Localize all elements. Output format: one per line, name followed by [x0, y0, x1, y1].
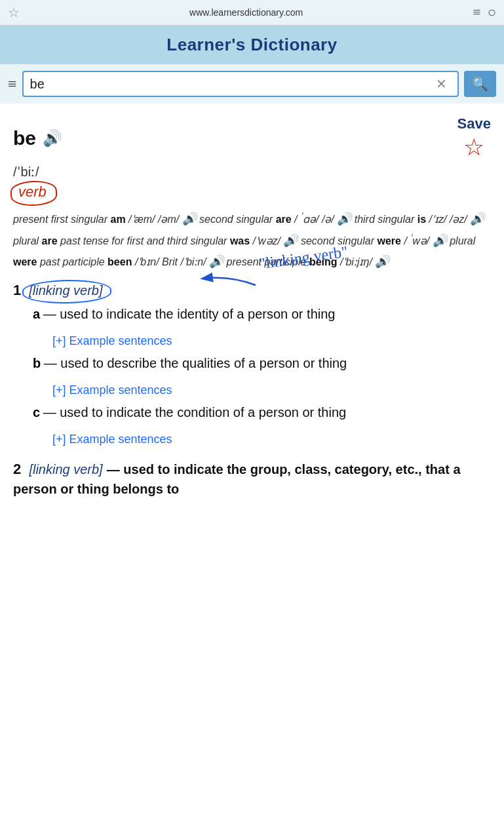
hamburger-menu[interactable]: ≡	[8, 75, 17, 93]
search-button[interactable]: 🔍	[464, 71, 496, 97]
sub-def-c: c — used to indicate the condition of a …	[13, 402, 491, 422]
definition-1: 1 [linking verb] "linking verb"	[13, 282, 491, 446]
browser-menu-icon[interactable]: ≡	[473, 4, 480, 21]
linking-verb-tag-2: [linking verb]	[29, 462, 102, 477]
site-title: Learner's Dictionary	[7, 35, 497, 55]
browser-star-icon: ☆	[8, 5, 20, 20]
sub-def-a-text: — used to indicate the identity of a per…	[43, 307, 336, 321]
search-input[interactable]	[30, 77, 436, 92]
def-num-2-label: 2	[13, 461, 21, 477]
browser-url: www.learnersdictionary.com	[26, 7, 466, 18]
def-number-2: 2 [linking verb] — used to indicate the …	[13, 459, 491, 499]
sub-def-b-text: — used to describe the qualities of a pe…	[44, 356, 347, 370]
pronunciation: /ˈbiː/	[13, 164, 491, 180]
word-header: be 🔊 Save ☆	[13, 115, 491, 161]
browser-bar: ☆ www.learnersdictionary.com ≡ ○	[0, 0, 504, 26]
example-link-a[interactable]: [+] Example sentences	[52, 334, 491, 348]
clear-button[interactable]: ✕	[436, 76, 447, 92]
def-1-header: 1 [linking verb] "linking verb"	[13, 282, 491, 304]
inflections: present first singular am /ˈæm/ /əm/ 🔊 s…	[13, 208, 491, 273]
example-link-c[interactable]: [+] Example sentences	[52, 433, 491, 446]
save-label[interactable]: Save	[457, 115, 491, 132]
word-title: be	[13, 127, 36, 149]
search-bar: ≡ ✕ 🔍	[0, 64, 504, 104]
sub-def-b-label: b	[33, 356, 41, 370]
dict-content: be 🔊 Save ☆ /ˈbiː/ verb present first si…	[0, 104, 504, 517]
save-star-icon[interactable]: ☆	[463, 134, 484, 161]
save-group: Save ☆	[457, 115, 491, 161]
pos-label: verb	[13, 182, 52, 202]
linking-verb-tag-1: [linking verb]	[26, 282, 105, 299]
definition-2: 2 [linking verb] — used to indicate the …	[13, 459, 491, 499]
site-header: Learner's Dictionary	[0, 26, 504, 64]
sub-def-c-text: — used to indicate the condition of a pe…	[43, 405, 347, 420]
search-input-wrapper: ✕	[22, 71, 459, 97]
sub-def-c-label: c	[33, 405, 40, 420]
browser-circle-icon[interactable]: ○	[488, 4, 496, 21]
sub-def-a: a — used to indicate the identity of a p…	[13, 304, 491, 324]
sub-def-a-label: a	[33, 307, 40, 321]
def-num-label: 1	[13, 282, 21, 299]
word-title-group: be 🔊	[13, 127, 62, 149]
sub-def-b: b — used to describe the qualities of a …	[13, 353, 491, 373]
word-sound-icon[interactable]: 🔊	[43, 129, 62, 147]
def-number-1: 1 [linking verb]	[13, 282, 106, 299]
example-link-b[interactable]: [+] Example sentences	[52, 383, 491, 397]
